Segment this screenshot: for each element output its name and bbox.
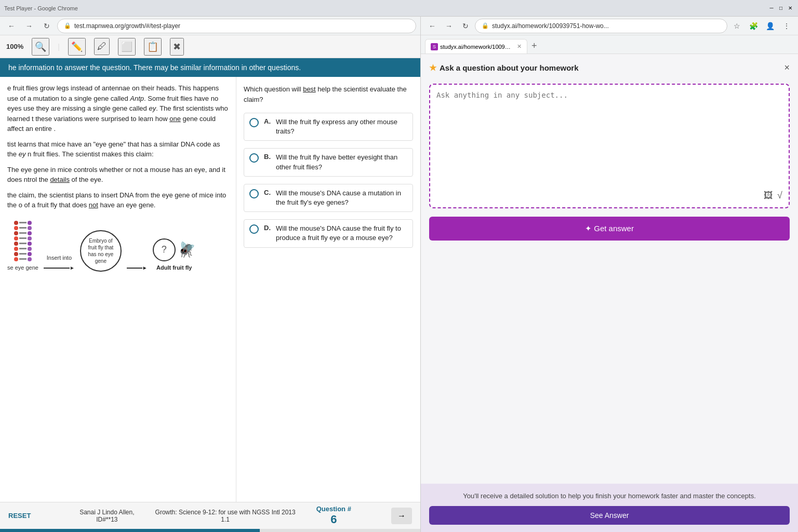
option-c-letter: C.: [264, 189, 271, 196]
zoom-level: 100%: [6, 43, 23, 50]
diagram-area: se eye gene Insert into ► Embryo offruit: [7, 217, 229, 276]
new-tab-button[interactable]: +: [528, 41, 540, 51]
question-panel: Which question will best help the scient…: [236, 77, 420, 502]
student-name: Sanai J Lindo Allen,: [79, 509, 134, 516]
star-icon: ★: [429, 63, 436, 73]
arrow-to-adult: ►: [127, 264, 148, 272]
insert-label: Insert into: [47, 254, 72, 262]
question-info: Question # 6: [316, 505, 351, 526]
option-b[interactable]: B. Will the fruit fly have better eyesig…: [244, 148, 413, 176]
right-address-input[interactable]: 🔒 studyx.ai/homework/100939751-how-wo...: [475, 19, 727, 33]
test-toolbar: 100% 🔍 | ✏️ 🖊 ⬜ 📋 ✖: [0, 35, 420, 58]
studyx-content: ★ Ask a question about your homework × 🖼…: [421, 54, 798, 484]
window-controls[interactable]: ─ □ ✕: [768, 5, 794, 12]
option-d-letter: D.: [264, 224, 271, 232]
back-button[interactable]: ←: [4, 19, 19, 33]
radio-a[interactable]: [249, 118, 259, 127]
minimize-button[interactable]: ─: [768, 5, 775, 12]
question-text: Which question will best help the scient…: [244, 84, 413, 104]
tab-label: studyx.ai/homework/100939751-how-wo...: [440, 44, 513, 50]
course-name: Growth: Science 9-12: for use with NGSS …: [155, 509, 296, 516]
course-info: Growth: Science 9-12: for use with NGSS …: [155, 509, 296, 523]
math-button[interactable]: √: [777, 190, 782, 201]
option-c[interactable]: C. Will the mouse's DNA cause a mutation…: [244, 184, 413, 212]
flag-button[interactable]: ✖: [170, 38, 184, 56]
right-tabbar: S studyx.ai/homework/100939751-how-wo...…: [421, 35, 798, 54]
insert-arrow: Insert into ►: [44, 254, 75, 272]
radio-d[interactable]: [249, 224, 259, 234]
main-area: ← → ↻ 🔒 test.mapnwea.org/growth/#/test-p…: [0, 17, 798, 532]
pencil-button[interactable]: ✏️: [68, 38, 86, 56]
ask-header: ★ Ask a question about your homework ×: [429, 62, 790, 73]
right-url-text: studyx.ai/homework/100939751-how-wo...: [492, 22, 721, 30]
promo-text: You'll receive a detailed solution to he…: [429, 491, 790, 501]
test-bottom-bar: RESET Sanai J Lindo Allen, ID#**13 Growt…: [0, 502, 420, 529]
bottom-promo: You'll receive a detailed solution to he…: [421, 484, 798, 533]
bookmark-button[interactable]: ☆: [729, 19, 744, 33]
next-button[interactable]: →: [391, 508, 412, 524]
dna-label: se eye gene: [7, 263, 38, 272]
course-version: 1.1: [155, 516, 296, 523]
adult-fly-label: Adult fruit fly: [156, 263, 192, 272]
option-a-text: Will the fruit fly express any other mou…: [276, 117, 407, 136]
address-input[interactable]: 🔒 test.mapnwea.org/growth/#/test-player: [57, 19, 416, 33]
question-label: Question #: [316, 505, 351, 513]
get-answer-button[interactable]: ✦ Get answer: [429, 217, 790, 241]
scrollbar-thumb[interactable]: [0, 529, 260, 532]
eraser-button[interactable]: ⬜: [118, 38, 136, 56]
reset-button[interactable]: RESET: [8, 512, 39, 520]
option-d-text: Will the mouse's DNA cause the fruit fly…: [276, 224, 407, 243]
option-b-letter: B.: [264, 153, 271, 161]
left-addressbar: ← → ↻ 🔒 test.mapnwea.org/growth/#/test-p…: [0, 17, 420, 35]
ask-title-text: Ask a question about your homework: [440, 63, 579, 72]
passage-para4: the claim, the scientist plans to insert…: [7, 190, 229, 210]
test-header-bar: he information to answer the question. T…: [0, 58, 420, 77]
option-d[interactable]: D. Will the mouse's DNA cause the fruit …: [244, 219, 413, 247]
see-answer-button[interactable]: See Answer: [429, 506, 790, 525]
option-c-text: Will the mouse's DNA cause a mutation in…: [276, 189, 407, 207]
option-a-letter: A.: [264, 117, 271, 125]
radio-b[interactable]: [249, 153, 259, 163]
close-button[interactable]: ✕: [787, 5, 794, 12]
option-b-text: Will the fruit fly have better eyesight …: [276, 153, 407, 171]
maximize-button[interactable]: □: [777, 5, 784, 12]
studyx-panel: ← → ↻ 🔒 studyx.ai/homework/100939751-how…: [421, 17, 798, 532]
menu-button[interactable]: ⋮: [779, 19, 794, 33]
tab-close-button[interactable]: ✕: [517, 43, 522, 50]
image-upload-button[interactable]: 🖼: [764, 190, 773, 201]
studyx-tab[interactable]: S studyx.ai/homework/100939751-how-wo...…: [425, 39, 527, 54]
forward-button[interactable]: →: [22, 19, 36, 33]
extensions-button[interactable]: 🧩: [746, 19, 761, 33]
question-mark: ?: [153, 238, 176, 261]
refresh-button[interactable]: ↻: [39, 19, 54, 33]
dna-visual: [14, 221, 32, 261]
right-refresh-button[interactable]: ↻: [458, 19, 473, 33]
adult-fly-area: ? 🪰 Adult fruit fly: [153, 238, 196, 272]
input-toolbar: 🖼 √: [436, 186, 782, 201]
passage-para1: e fruit flies grow legs instead of anten…: [7, 83, 229, 134]
tab-favicon: S: [431, 43, 438, 50]
ask-input-area[interactable]: 🖼 √: [429, 84, 790, 208]
panel-close-button[interactable]: ×: [784, 62, 790, 73]
ask-input[interactable]: [436, 91, 782, 186]
question-number: 6: [316, 513, 351, 526]
embryo-label: Embryo offruit fly thathas no eyegene: [80, 230, 122, 272]
passage-area: e fruit flies grow legs instead of anten…: [0, 77, 236, 502]
highlighter-button[interactable]: 🖊: [94, 38, 110, 55]
right-forward-button[interactable]: →: [442, 19, 456, 33]
option-a[interactable]: A. Will the fruit fly express any other …: [244, 113, 413, 141]
answer-options: A. Will the fruit fly express any other …: [244, 113, 413, 248]
note-button[interactable]: 📋: [144, 38, 162, 56]
url-text: test.mapnwea.org/growth/#/test-player: [74, 22, 409, 30]
passage-para3: The eye gene in mice controls whether or…: [7, 165, 229, 185]
header-instruction: he information to answer the question. T…: [8, 63, 301, 72]
right-back-button[interactable]: ←: [425, 19, 440, 33]
account-button[interactable]: 👤: [763, 19, 777, 33]
bottom-info: Sanai J Lindo Allen, ID#**13 Growth: Sci…: [39, 505, 391, 526]
radio-c[interactable]: [249, 189, 259, 198]
zoom-in-button[interactable]: 🔍: [32, 38, 49, 56]
scrollbar-track[interactable]: [0, 529, 420, 532]
ask-title: ★ Ask a question about your homework: [429, 63, 579, 73]
embryo-circle: Embryo offruit fly thathas no eyegene: [80, 230, 122, 272]
passage-para2: tist learns that mice have an "eye gene"…: [7, 139, 229, 159]
